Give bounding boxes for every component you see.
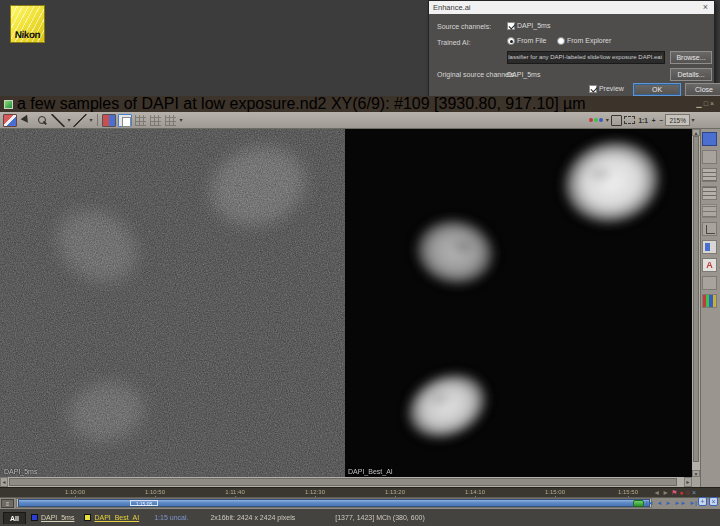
radio-selected-icon[interactable] bbox=[507, 37, 515, 45]
time-tick: 1:10:00 bbox=[65, 489, 85, 495]
details-button[interactable]: Details... bbox=[670, 68, 712, 81]
timeline-ruler[interactable]: 1:10:00 1:10:50 1:11:40 1:12:30 1:13:20 … bbox=[0, 487, 720, 497]
radio-from-file[interactable]: From File bbox=[507, 37, 547, 46]
scroll-right-icon[interactable]: ► bbox=[684, 477, 692, 487]
cursor-pixel-info: [1377, 1423] MCh (380, 600) bbox=[335, 514, 425, 521]
annotations-panel-icon[interactable]: A bbox=[702, 258, 717, 272]
ai-file-path-input[interactable]: ued\Enhance.ai classifier for any DAPI-l… bbox=[507, 51, 665, 64]
scroll-up-icon[interactable]: ▲ bbox=[692, 129, 700, 136]
compare-view-icon[interactable] bbox=[118, 114, 132, 127]
nikon-logo: Nikon bbox=[10, 5, 45, 43]
dock-zoom-controls: + × bbox=[698, 497, 718, 506]
flag-icon[interactable]: ⚑ bbox=[671, 488, 677, 497]
fit-to-screen-icon[interactable] bbox=[611, 115, 622, 126]
time-tick: 1:13:20 bbox=[385, 489, 405, 495]
time-tick: 1:15:50 bbox=[618, 489, 638, 495]
channel-color-chip-yellow bbox=[84, 514, 91, 521]
expand-icon[interactable]: + bbox=[698, 497, 707, 506]
collapse-icon[interactable]: × bbox=[709, 497, 718, 506]
document-icon bbox=[4, 100, 13, 109]
live-button[interactable] bbox=[633, 500, 644, 507]
pointer-tool-icon[interactable] bbox=[19, 114, 33, 127]
dialog-titlebar[interactable]: Enhance.ai × bbox=[429, 1, 714, 14]
current-frame-marker[interactable]: 1:15:05 bbox=[130, 500, 158, 506]
channel-dapi-best-ai-label[interactable]: DAPI_Best_AI bbox=[94, 514, 139, 521]
gallery-view-icon[interactable] bbox=[165, 115, 176, 126]
scale-panel-icon[interactable] bbox=[702, 186, 717, 200]
annotation-tool-icon[interactable] bbox=[3, 114, 17, 127]
chevron-down-icon[interactable]: ▾ bbox=[178, 114, 184, 127]
dialog-title: Enhance.ai bbox=[433, 3, 471, 12]
tab-channel-dapi-best-ai[interactable]: DAPI_Best_AI bbox=[79, 512, 144, 523]
channel-colors-icon[interactable] bbox=[589, 114, 603, 127]
close-timeline-icon[interactable]: × bbox=[692, 488, 696, 497]
browse-button[interactable]: Browse... bbox=[670, 51, 712, 64]
tab-all-channels[interactable]: All bbox=[3, 512, 26, 524]
ok-button[interactable]: OK bbox=[633, 83, 681, 96]
checkbox-checked-icon[interactable] bbox=[507, 22, 515, 30]
time-tick: 1:14:10 bbox=[465, 489, 485, 495]
screen-layout-icon[interactable] bbox=[702, 132, 717, 146]
window-controls[interactable]: ▁□× bbox=[696, 96, 716, 112]
timeline-menu-button[interactable]: ≡ bbox=[1, 499, 14, 508]
zoom-level-select[interactable]: 215% bbox=[665, 114, 690, 126]
event-circle-icon[interactable]: ○ bbox=[686, 488, 690, 497]
graph-axes-icon[interactable] bbox=[702, 222, 717, 236]
playback-controls: |◄ ◄ ► ►► ►| bbox=[633, 498, 698, 508]
chevron-down-icon[interactable]: ▾ bbox=[604, 114, 610, 127]
trained-ai-label: Trained AI: bbox=[437, 39, 471, 46]
next-event-icon[interactable]: ► bbox=[662, 488, 669, 497]
fit-width-icon[interactable] bbox=[624, 116, 635, 124]
profile-line-tool-icon[interactable] bbox=[51, 114, 65, 127]
measure-tool-icon[interactable] bbox=[73, 114, 87, 127]
table-panel-icon[interactable] bbox=[702, 168, 717, 182]
channel-dapi-5ms-label[interactable]: DAPI_5ms bbox=[41, 514, 74, 521]
denoised-dapi-image bbox=[345, 129, 692, 477]
zoom-in-icon[interactable]: + bbox=[650, 114, 658, 127]
split-view-icon[interactable] bbox=[102, 114, 116, 127]
radio-from-explorer[interactable]: From Explorer bbox=[557, 37, 611, 46]
actual-size-button[interactable]: 1:1 bbox=[636, 114, 649, 127]
chevron-down-icon[interactable]: ▾ bbox=[690, 114, 696, 127]
viewer-toolbar: ▾ ▾ ▾ ▾ 1:1 + − 215% ▾ bbox=[0, 112, 720, 129]
document-title: a few samples of DAPI at low exposure.nd… bbox=[17, 96, 586, 112]
lut-panel-icon[interactable] bbox=[702, 150, 717, 164]
source-channel-checkbox[interactable]: DAPI_5ms bbox=[507, 22, 550, 31]
image-pane-dapi-5ms[interactable]: DAPI_5ms bbox=[0, 129, 345, 477]
preview-checkbox[interactable]: Preview bbox=[589, 85, 624, 94]
fast-forward-icon[interactable]: ►► bbox=[673, 498, 687, 508]
chevron-down-icon[interactable]: ▾ bbox=[66, 114, 72, 127]
histogram-panel-icon[interactable] bbox=[702, 294, 717, 308]
report-panel-icon[interactable] bbox=[702, 240, 717, 254]
grid-overlay-icon[interactable] bbox=[702, 204, 717, 218]
go-to-start-icon[interactable]: |◄ bbox=[645, 498, 655, 508]
magnifier-tool-icon[interactable] bbox=[35, 114, 49, 127]
go-to-end-icon[interactable]: ►| bbox=[688, 498, 698, 508]
time-tick: 1:11:40 bbox=[225, 489, 245, 495]
previous-frame-icon[interactable]: ◄ bbox=[656, 498, 664, 508]
horizontal-scroll-thumb[interactable] bbox=[9, 478, 677, 486]
scroll-down-icon[interactable]: ▼ bbox=[692, 470, 700, 477]
record-icon[interactable]: ● bbox=[679, 488, 683, 497]
nikon-logo-text: Nikon bbox=[11, 29, 45, 40]
minimize-icon[interactable]: ▁ bbox=[696, 100, 703, 107]
close-button[interactable]: Close bbox=[685, 83, 720, 96]
play-icon[interactable]: ► bbox=[665, 498, 673, 508]
source-channels-label: Source channels: bbox=[437, 23, 491, 30]
overlay-panel-icon[interactable] bbox=[702, 276, 717, 290]
close-icon[interactable]: × bbox=[700, 2, 711, 13]
tile-view-icon[interactable] bbox=[135, 115, 146, 126]
tab-channel-dapi-5ms[interactable]: DAPI_5ms bbox=[26, 512, 79, 523]
checkbox-checked-icon[interactable] bbox=[589, 85, 597, 93]
zoom-out-icon[interactable]: − bbox=[658, 114, 666, 127]
close-window-icon[interactable]: × bbox=[710, 100, 716, 107]
vertical-scroll-thumb[interactable] bbox=[693, 136, 699, 462]
scroll-left-icon[interactable]: ◄ bbox=[0, 477, 8, 487]
grid-view-icon[interactable] bbox=[150, 115, 161, 126]
image-pane-dapi-best-ai[interactable]: DAPI_Best_AI bbox=[345, 129, 692, 477]
timeline-range-bar[interactable] bbox=[18, 499, 650, 507]
radio-unselected-icon[interactable] bbox=[557, 37, 565, 45]
chevron-down-icon[interactable]: ▾ bbox=[88, 114, 94, 127]
pane-label-right: DAPI_Best_AI bbox=[348, 468, 393, 475]
prev-event-icon[interactable]: ◄ bbox=[653, 488, 660, 497]
